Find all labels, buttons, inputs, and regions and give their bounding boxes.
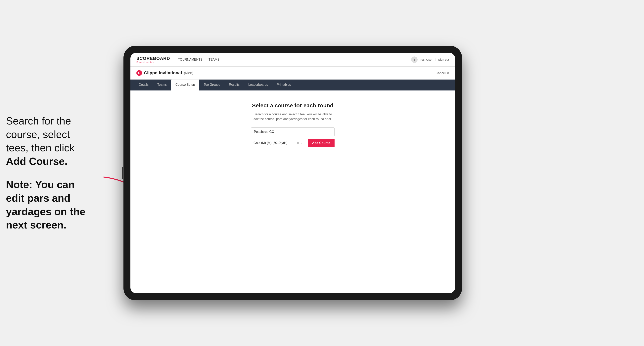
tee-select-controls: × ⌄ [297, 141, 303, 145]
clear-icon[interactable]: × [297, 141, 299, 145]
annotation-block: Search for the course, select tees, then… [6, 114, 118, 232]
tablet-side-button [122, 167, 123, 179]
annotation-note2: edit pars and [6, 191, 118, 205]
chevron-down-icon: ⌄ [300, 141, 303, 145]
tee-select-value: Gold (M) (M) (7010 yds) [254, 141, 288, 145]
tournament-title: C Clippd Invitational (Men) [136, 70, 193, 76]
logo-text: SCOREBOARD [136, 56, 170, 61]
sign-out-link[interactable]: Sign out [438, 58, 449, 61]
top-nav-right: B Test User | Sign out [411, 56, 449, 63]
tab-results[interactable]: Results [224, 80, 244, 90]
content-area: Select a course for each round Search fo… [130, 90, 455, 293]
tab-bar: Details Teams Course Setup Tee Groups Re… [130, 80, 455, 90]
tablet-device: SCOREBOARD Powered by clippd TOURNAMENTS… [124, 46, 462, 300]
page-container: Search for the course, select tees, then… [0, 0, 644, 346]
tab-teams[interactable]: Teams [153, 80, 171, 90]
tab-course-setup[interactable]: Course Setup [171, 80, 199, 90]
tablet-screen: SCOREBOARD Powered by clippd TOURNAMENTS… [130, 53, 455, 293]
tab-tee-groups[interactable]: Tee Groups [199, 80, 224, 90]
tee-select-row: Gold (M) (M) (7010 yds) × ⌄ Add Course [251, 139, 334, 147]
tournament-type: (Men) [184, 71, 193, 75]
tournament-name: Clippd Invitational [144, 70, 182, 76]
annotation-line1: Search for the [6, 114, 118, 128]
annotation-line3: tees, then click [6, 141, 118, 155]
annotation-line2: course, select [6, 128, 118, 141]
annotation-note4: next screen. [6, 218, 118, 232]
nav-links: TOURNAMENTS TEAMS [178, 58, 411, 61]
logo-area: SCOREBOARD Powered by clippd [136, 56, 170, 63]
tab-leaderboards[interactable]: Leaderboards [244, 80, 272, 90]
course-setup-description: Search for a course and select a tee. Yo… [251, 112, 334, 122]
annotation-line4: Add Course. [6, 155, 118, 168]
tab-printables[interactable]: Printables [272, 80, 295, 90]
tournament-header: C Clippd Invitational (Men) Cancel ✕ [130, 67, 455, 80]
course-setup-title: Select a course for each round [252, 102, 333, 109]
top-nav: SCOREBOARD Powered by clippd TOURNAMENTS… [130, 53, 455, 67]
annotation-note1: Note: You can [6, 178, 118, 191]
cancel-button[interactable]: Cancel ✕ [436, 71, 449, 75]
tab-details[interactable]: Details [134, 80, 153, 90]
logo-sub: Powered by clippd [136, 61, 170, 63]
add-course-button[interactable]: Add Course [308, 139, 334, 147]
user-name: Test User [420, 58, 432, 61]
nav-teams[interactable]: TEAMS [208, 58, 220, 61]
user-avatar: B [411, 56, 418, 63]
annotation-note3: yardages on the [6, 205, 118, 218]
course-search-input[interactable] [251, 128, 334, 136]
clippd-logo-icon: C [136, 70, 142, 76]
pipe: | [435, 58, 436, 61]
nav-tournaments[interactable]: TOURNAMENTS [178, 58, 202, 61]
tee-select-dropdown[interactable]: Gold (M) (M) (7010 yds) × ⌄ [251, 139, 305, 147]
